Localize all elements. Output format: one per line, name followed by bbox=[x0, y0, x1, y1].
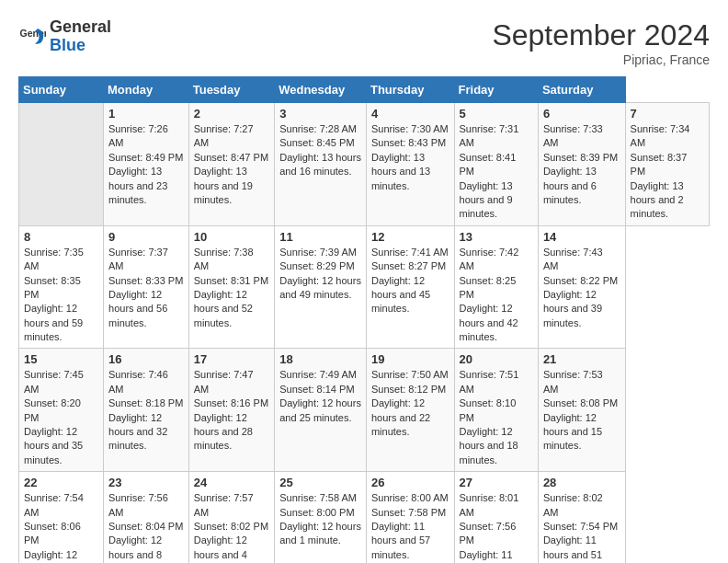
day-number: 9 bbox=[108, 230, 184, 244]
calendar-cell: 19Sunrise: 7:50 AMSunset: 8:12 PMDayligh… bbox=[366, 349, 454, 472]
day-info: Sunrise: 7:41 AMSunset: 8:27 PMDaylight:… bbox=[371, 246, 449, 316]
day-info: Sunrise: 7:58 AMSunset: 8:00 PMDaylight:… bbox=[279, 491, 361, 548]
day-info: Sunrise: 7:57 AMSunset: 8:02 PMDaylight:… bbox=[194, 491, 270, 563]
day-number: 25 bbox=[279, 476, 361, 489]
day-number: 12 bbox=[371, 230, 449, 244]
day-number: 27 bbox=[460, 476, 533, 489]
calendar-cell: 6Sunrise: 7:33 AMSunset: 8:39 PMDaylight… bbox=[538, 103, 625, 226]
day-number: 14 bbox=[543, 230, 620, 244]
day-info: Sunrise: 7:33 AMSunset: 8:39 PMDaylight:… bbox=[543, 122, 620, 207]
calendar-cell: 2Sunrise: 7:27 AMSunset: 8:47 PMDaylight… bbox=[188, 103, 275, 226]
calendar-cell: 27Sunrise: 8:01 AMSunset: 7:56 PMDayligh… bbox=[454, 472, 538, 563]
day-info: Sunrise: 7:34 AMSunset: 8:37 PMDaylight:… bbox=[631, 122, 704, 222]
week-row-4: 22Sunrise: 7:54 AMSunset: 8:06 PMDayligh… bbox=[19, 472, 710, 563]
title-block: September 2024 Pipriac, France bbox=[492, 18, 710, 67]
calendar-cell: 16Sunrise: 7:46 AMSunset: 8:18 PMDayligh… bbox=[104, 349, 189, 472]
day-header-saturday: Saturday bbox=[538, 77, 625, 103]
day-info: Sunrise: 7:35 AMSunset: 8:35 PMDaylight:… bbox=[24, 246, 98, 345]
day-info: Sunrise: 7:45 AMSunset: 8:20 PMDaylight:… bbox=[24, 368, 98, 467]
day-info: Sunrise: 7:47 AMSunset: 8:16 PMDaylight:… bbox=[194, 368, 270, 453]
day-number: 4 bbox=[371, 107, 449, 121]
day-header-wednesday: Wednesday bbox=[275, 77, 367, 103]
day-number: 18 bbox=[279, 352, 361, 366]
day-number: 1 bbox=[108, 107, 184, 121]
day-info: Sunrise: 7:46 AMSunset: 8:18 PMDaylight:… bbox=[108, 368, 184, 453]
day-number: 2 bbox=[194, 107, 270, 121]
day-number: 19 bbox=[371, 352, 449, 366]
day-number: 5 bbox=[460, 107, 533, 121]
logo: General General Blue bbox=[18, 18, 111, 55]
day-number: 15 bbox=[24, 352, 98, 366]
day-info: Sunrise: 7:39 AMSunset: 8:29 PMDaylight:… bbox=[279, 246, 361, 303]
calendar-cell: 8Sunrise: 7:35 AMSunset: 8:35 PMDaylight… bbox=[19, 225, 104, 349]
week-row-3: 15Sunrise: 7:45 AMSunset: 8:20 PMDayligh… bbox=[19, 349, 710, 472]
calendar-cell: 10Sunrise: 7:38 AMSunset: 8:31 PMDayligh… bbox=[188, 225, 275, 349]
day-info: Sunrise: 7:56 AMSunset: 8:04 PMDaylight:… bbox=[108, 491, 184, 563]
day-info: Sunrise: 7:30 AMSunset: 8:43 PMDaylight:… bbox=[371, 122, 449, 193]
calendar-cell: 25Sunrise: 7:58 AMSunset: 8:00 PMDayligh… bbox=[275, 472, 367, 563]
day-number: 7 bbox=[631, 107, 704, 121]
calendar-cell bbox=[19, 103, 104, 226]
calendar-cell: 20Sunrise: 7:51 AMSunset: 8:10 PMDayligh… bbox=[454, 349, 538, 472]
day-info: Sunrise: 7:43 AMSunset: 8:22 PMDaylight:… bbox=[543, 246, 620, 330]
calendar-cell: 4Sunrise: 7:30 AMSunset: 8:43 PMDaylight… bbox=[366, 103, 454, 226]
calendar-cell: 24Sunrise: 7:57 AMSunset: 8:02 PMDayligh… bbox=[188, 472, 275, 563]
day-number: 10 bbox=[194, 230, 270, 244]
calendar-cell: 5Sunrise: 7:31 AMSunset: 8:41 PMDaylight… bbox=[454, 103, 538, 226]
day-header-friday: Friday bbox=[454, 77, 538, 103]
day-number: 26 bbox=[371, 476, 449, 489]
calendar-cell: 12Sunrise: 7:41 AMSunset: 8:27 PMDayligh… bbox=[366, 225, 454, 349]
day-info: Sunrise: 7:42 AMSunset: 8:25 PMDaylight:… bbox=[460, 246, 533, 345]
day-number: 3 bbox=[279, 107, 361, 121]
day-number: 23 bbox=[108, 476, 184, 489]
calendar-table: SundayMondayTuesdayWednesdayThursdayFrid… bbox=[18, 76, 710, 563]
day-info: Sunrise: 7:38 AMSunset: 8:31 PMDaylight:… bbox=[194, 246, 270, 330]
calendar-cell: 26Sunrise: 8:00 AMSunset: 7:58 PMDayligh… bbox=[366, 472, 454, 563]
calendar-cell: 18Sunrise: 7:49 AMSunset: 8:14 PMDayligh… bbox=[275, 349, 367, 472]
day-number: 21 bbox=[543, 352, 620, 366]
day-info: Sunrise: 7:27 AMSunset: 8:47 PMDaylight:… bbox=[194, 122, 270, 207]
day-header-sunday: Sunday bbox=[19, 77, 104, 103]
day-number: 8 bbox=[24, 230, 98, 244]
day-number: 11 bbox=[279, 230, 361, 244]
day-info: Sunrise: 7:31 AMSunset: 8:41 PMDaylight:… bbox=[460, 122, 533, 222]
day-number: 24 bbox=[194, 476, 270, 489]
calendar-cell: 15Sunrise: 7:45 AMSunset: 8:20 PMDayligh… bbox=[19, 349, 104, 472]
calendar-cell: 11Sunrise: 7:39 AMSunset: 8:29 PMDayligh… bbox=[275, 225, 367, 349]
week-row-2: 8Sunrise: 7:35 AMSunset: 8:35 PMDaylight… bbox=[19, 225, 710, 349]
day-number: 22 bbox=[24, 476, 98, 489]
day-number: 16 bbox=[108, 352, 184, 366]
day-header-tuesday: Tuesday bbox=[188, 77, 275, 103]
calendar-cell: 23Sunrise: 7:56 AMSunset: 8:04 PMDayligh… bbox=[104, 472, 189, 563]
day-info: Sunrise: 7:54 AMSunset: 8:06 PMDaylight:… bbox=[24, 491, 98, 563]
week-row-1: 1Sunrise: 7:26 AMSunset: 8:49 PMDaylight… bbox=[19, 103, 710, 226]
calendar-cell: 17Sunrise: 7:47 AMSunset: 8:16 PMDayligh… bbox=[188, 349, 275, 472]
day-number: 17 bbox=[194, 352, 270, 366]
logo-text: General Blue bbox=[50, 18, 111, 55]
day-info: Sunrise: 7:37 AMSunset: 8:33 PMDaylight:… bbox=[108, 246, 184, 330]
days-header-row: SundayMondayTuesdayWednesdayThursdayFrid… bbox=[19, 77, 710, 103]
day-number: 6 bbox=[543, 107, 620, 121]
day-info: Sunrise: 7:53 AMSunset: 8:08 PMDaylight:… bbox=[543, 368, 620, 453]
calendar-cell: 21Sunrise: 7:53 AMSunset: 8:08 PMDayligh… bbox=[538, 349, 625, 472]
day-number: 28 bbox=[543, 476, 620, 489]
day-info: Sunrise: 7:50 AMSunset: 8:12 PMDaylight:… bbox=[371, 368, 449, 439]
calendar-cell: 9Sunrise: 7:37 AMSunset: 8:33 PMDaylight… bbox=[104, 225, 189, 349]
calendar-cell: 3Sunrise: 7:28 AMSunset: 8:45 PMDaylight… bbox=[275, 103, 367, 226]
calendar-cell: 14Sunrise: 7:43 AMSunset: 8:22 PMDayligh… bbox=[538, 225, 625, 349]
day-info: Sunrise: 7:26 AMSunset: 8:49 PMDaylight:… bbox=[108, 122, 184, 207]
day-header-monday: Monday bbox=[104, 77, 189, 103]
page-header: General General Blue September 2024 Pipr… bbox=[18, 18, 710, 67]
day-info: Sunrise: 8:02 AMSunset: 7:54 PMDaylight:… bbox=[543, 491, 620, 563]
day-number: 20 bbox=[460, 352, 533, 366]
location-subtitle: Pipriac, France bbox=[492, 52, 710, 67]
day-number: 13 bbox=[460, 230, 533, 244]
calendar-cell: 22Sunrise: 7:54 AMSunset: 8:06 PMDayligh… bbox=[19, 472, 104, 563]
month-title: September 2024 bbox=[492, 18, 710, 52]
day-info: Sunrise: 7:51 AMSunset: 8:10 PMDaylight:… bbox=[460, 368, 533, 467]
logo-icon: General bbox=[18, 23, 46, 51]
calendar-cell: 1Sunrise: 7:26 AMSunset: 8:49 PMDaylight… bbox=[104, 103, 189, 226]
day-info: Sunrise: 8:01 AMSunset: 7:56 PMDaylight:… bbox=[460, 491, 533, 563]
day-info: Sunrise: 7:49 AMSunset: 8:14 PMDaylight:… bbox=[279, 368, 361, 425]
calendar-cell: 7Sunrise: 7:34 AMSunset: 8:37 PMDaylight… bbox=[625, 103, 709, 226]
